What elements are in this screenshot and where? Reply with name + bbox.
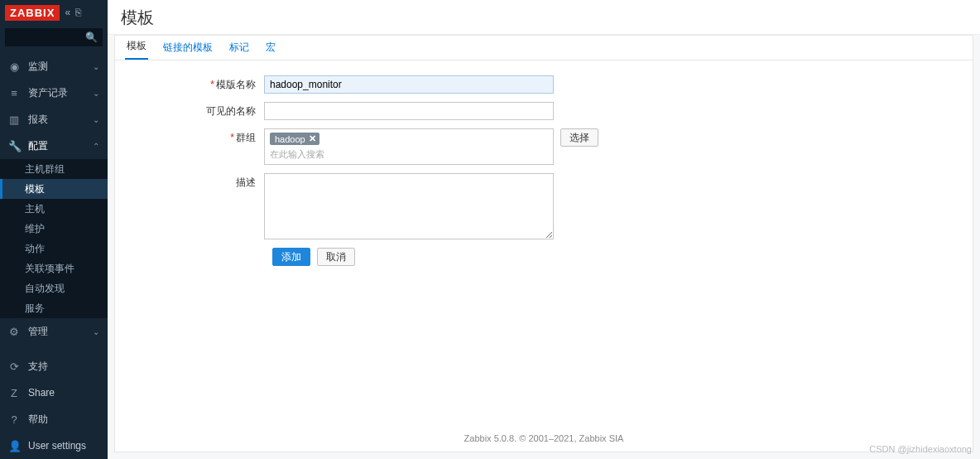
remove-tag-icon[interactable]: ✕ xyxy=(309,133,316,144)
nav-share[interactable]: Z Share xyxy=(0,379,108,406)
eye-icon: ◉ xyxy=(8,60,20,73)
nav-reports[interactable]: ▥ 报表 ⌄ xyxy=(0,106,108,133)
nav-label: 帮助 xyxy=(28,413,48,427)
visible-name-label: 可见的名称 xyxy=(132,102,264,120)
nav-configuration[interactable]: 🔧 配置 ⌃ xyxy=(0,133,108,159)
search-icon[interactable]: 🔍 xyxy=(85,31,98,43)
nav-label: 配置 xyxy=(28,139,48,153)
add-button[interactable]: 添加 xyxy=(272,248,310,266)
logo-row: ZABBIX « ⎘ xyxy=(0,0,108,25)
page-title: 模板 xyxy=(108,0,980,35)
cancel-button[interactable]: 取消 xyxy=(317,248,355,266)
nav-label: 监测 xyxy=(28,60,48,74)
template-name-input[interactable] xyxy=(264,75,554,94)
nav-label: 报表 xyxy=(28,113,48,127)
subnav-templates[interactable]: 模板 xyxy=(0,179,108,199)
popout-icon[interactable]: ⎘ xyxy=(75,7,81,18)
watermark: CSDN @jizhidexiaoxtong xyxy=(869,444,972,454)
share-icon: Z xyxy=(8,387,20,399)
group-tag-label: hadoop xyxy=(275,134,305,144)
list-icon: ≡ xyxy=(8,87,20,99)
subnav-maintenance[interactable]: 维护 xyxy=(0,219,108,239)
search-box: 🔍 xyxy=(5,28,103,46)
chart-icon: ▥ xyxy=(8,114,20,126)
nav-help[interactable]: ? 帮助 xyxy=(0,406,108,432)
nav-support[interactable]: ⟳ 支持 xyxy=(0,353,108,379)
group-tagbox[interactable]: hadoop ✕ 在此输入搜索 xyxy=(264,128,554,165)
gear-icon: ⚙ xyxy=(8,326,20,338)
collapse-icon[interactable]: « xyxy=(65,7,70,18)
nav-inventory[interactable]: ≡ 资产记录 ⌄ xyxy=(0,80,108,106)
nav-label: 管理 xyxy=(28,325,48,339)
nav-main: ◉ 监测 ⌄ ≡ 资产记录 ⌄ ▥ 报表 ⌄ 🔧 配置 ⌃ xyxy=(0,53,108,159)
template-name-label: *模版名称 xyxy=(132,75,264,94)
nav-main2: ⚙ 管理 ⌄ xyxy=(0,318,108,345)
nav-usersettings[interactable]: 👤 User settings xyxy=(0,432,108,459)
chevron-up-icon: ⌃ xyxy=(93,142,99,151)
subnav-actions[interactable]: 动作 xyxy=(0,239,108,258)
subnav-hostgroups[interactable]: 主机群组 xyxy=(0,159,108,179)
tab-macros[interactable]: 宏 xyxy=(264,36,277,60)
nav-monitoring[interactable]: ◉ 监测 ⌄ xyxy=(0,53,108,80)
subnav-correlation[interactable]: 关联项事件 xyxy=(0,258,108,278)
select-group-button[interactable]: 选择 xyxy=(560,128,598,147)
main: 模板 模板 链接的模板 标记 宏 *模版名称 xyxy=(108,0,980,459)
group-input-placeholder[interactable]: 在此输入搜索 xyxy=(270,148,548,161)
tabs: 模板 链接的模板 标记 宏 xyxy=(115,36,973,60)
support-icon: ⟳ xyxy=(8,360,20,373)
chevron-down-icon: ⌄ xyxy=(93,327,99,336)
visible-name-input[interactable] xyxy=(264,102,554,120)
subnav-hosts[interactable]: 主机 xyxy=(0,199,108,219)
sidebar: ZABBIX « ⎘ 🔍 ◉ 监测 ⌄ ≡ 资产记录 ⌄ xyxy=(0,0,108,459)
subnav-services[interactable]: 服务 xyxy=(0,298,108,318)
description-label: 描述 xyxy=(132,173,264,191)
panel: 模板 链接的模板 标记 宏 *模版名称 可见的名称 xyxy=(114,35,973,452)
help-icon: ? xyxy=(8,413,20,426)
tab-tags[interactable]: 标记 xyxy=(228,36,251,60)
chevron-down-icon: ⌄ xyxy=(93,115,99,124)
tab-linked[interactable]: 链接的模板 xyxy=(161,36,214,60)
nav-label: Share xyxy=(28,387,55,399)
group-tag: hadoop ✕ xyxy=(270,133,319,145)
form: *模版名称 可见的名称 *群组 xyxy=(115,60,973,281)
nav-label: 资产记录 xyxy=(28,86,68,100)
nav-configuration-sub: 主机群组 模板 主机 维护 动作 关联项事件 自动发现 服务 xyxy=(0,159,108,318)
logo: ZABBIX xyxy=(5,5,60,21)
nav-administration[interactable]: ⚙ 管理 ⌄ xyxy=(0,318,108,345)
footer: Zabbix 5.0.8. © 2001–2021, Zabbix SIA xyxy=(115,425,973,452)
chevron-down-icon: ⌄ xyxy=(93,62,99,71)
nav-label: 支持 xyxy=(28,360,48,374)
tab-template[interactable]: 模板 xyxy=(125,34,148,60)
nav-bottom: ⟳ 支持 Z Share ? 帮助 👤 User settings xyxy=(0,353,108,459)
chevron-down-icon: ⌄ xyxy=(93,89,99,98)
nav-label: User settings xyxy=(28,440,86,452)
subnav-discovery[interactable]: 自动发现 xyxy=(0,278,108,298)
description-textarea[interactable] xyxy=(264,173,554,239)
group-label: *群组 xyxy=(132,128,264,147)
user-icon: 👤 xyxy=(8,440,20,452)
wrench-icon: 🔧 xyxy=(8,140,20,152)
